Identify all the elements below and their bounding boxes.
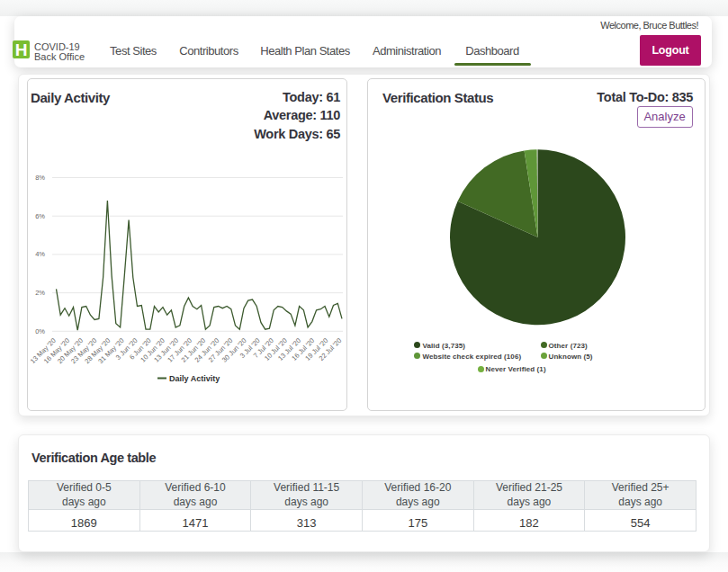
svg-text:8%: 8% bbox=[35, 174, 45, 182]
svg-text:6%: 6% bbox=[35, 212, 45, 220]
svg-text:2%: 2% bbox=[35, 289, 45, 297]
svg-text:Daily Activity: Daily Activity bbox=[169, 374, 220, 383]
svg-text:0%: 0% bbox=[35, 327, 45, 335]
svg-text:4%: 4% bbox=[35, 250, 45, 258]
